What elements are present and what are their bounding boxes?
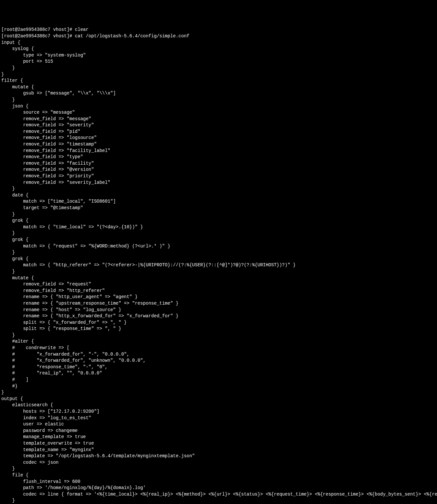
terminal-line: rename => { "http_user_agent" => "agent"… <box>1 294 436 300</box>
terminal-line: output { <box>1 396 436 402</box>
terminal-line: } <box>1 332 436 339</box>
terminal-line: rename => { "upstream_response_time" => … <box>1 300 436 307</box>
terminal-line: grok { <box>1 256 436 262</box>
terminal-output: [root@2ae9954388c7 vhost]# clear[root@2a… <box>1 27 436 504</box>
terminal-line: split => { "x_forwarded_for" => ", " } <box>1 320 436 326</box>
terminal-line: syslog { <box>1 46 436 52</box>
terminal-line: remove_field => "priority" <box>1 173 436 180</box>
terminal-line: codec => line { format => '<%{time_local… <box>1 491 436 498</box>
terminal-line: password => changeme <box>1 428 436 434</box>
terminal-line: } <box>1 230 436 237</box>
terminal-line: date { <box>1 192 436 199</box>
terminal-line: grok { <box>1 237 436 243</box>
terminal-line: type => "system-syslog" <box>1 52 436 59</box>
terminal-line: remove_field => "type" <box>1 154 436 160</box>
terminal-line: match => ["time_local", "ISO8601"] <box>1 198 436 205</box>
terminal-line: gsub => ["message", "\\x", "\\\x"] <box>1 90 436 97</box>
terminal-line: match => { "time_local" => "(?<day>.{10}… <box>1 224 436 231</box>
terminal-line: # "x_forwarded_for", "-", "0.0.0.0", <box>1 351 436 358</box>
terminal-line: remove_field => "request" <box>1 281 436 288</box>
terminal-line: remove_field => "severity" <box>1 122 436 129</box>
terminal-line: remove_field => "logsource" <box>1 135 436 141</box>
terminal-line: remove_field => "@version" <box>1 167 436 173</box>
terminal-line: mutate { <box>1 84 436 91</box>
terminal-line: remove_field => "timestamp" <box>1 141 436 148</box>
terminal-line: } <box>1 466 436 472</box>
terminal-line: #} <box>1 383 436 390</box>
terminal-line: port => 515 <box>1 58 436 65</box>
terminal-line: match => { "http_referer" => "(?<referer… <box>1 262 436 269</box>
terminal-line: split => { "response_time" => ", " } <box>1 326 436 332</box>
terminal-line: [root@2ae9954388c7 vhost]# cat /opt/logs… <box>1 33 436 40</box>
terminal-line: } <box>1 97 436 103</box>
terminal-line: # ] <box>1 377 436 383</box>
terminal-line: remove_field => "message" <box>1 116 436 122</box>
terminal-line: } <box>1 389 436 396</box>
terminal-line: # "real_ip", "", "0.0.0.0" <box>1 370 436 377</box>
terminal-line: json { <box>1 103 436 110</box>
terminal-line: template => "/opt/logstash-5.6.4/templat… <box>1 453 436 460</box>
terminal-line: # "response_time", "-", "0", <box>1 364 436 371</box>
terminal-line: remove_field => "facility" <box>1 160 436 167</box>
terminal-line: rename => { "host" => "log_source" } <box>1 307 436 313</box>
terminal-line: } <box>1 211 436 218</box>
terminal-line: elasticsearch { <box>1 402 436 409</box>
terminal-line: remove_field => "pid" <box>1 129 436 135</box>
terminal-line: codec => json <box>1 460 436 466</box>
terminal-line: template_overwrite => true <box>1 440 436 447</box>
terminal-line: source => "message" <box>1 109 436 116</box>
terminal-line: } <box>1 269 436 275</box>
terminal-line: # "x_forwarded_for", "unknown", "0.0.0.0… <box>1 358 436 364</box>
terminal-line: user => elastic <box>1 421 436 428</box>
terminal-line: template_name => "mynginx" <box>1 447 436 453</box>
terminal-line: } <box>1 186 436 192</box>
terminal-line: } <box>1 498 436 504</box>
terminal-line: remove_field => "severity_label" <box>1 180 436 186</box>
terminal-line: [root@2ae9954388c7 vhost]# clear <box>1 27 436 33</box>
terminal-line: } <box>1 249 436 256</box>
terminal-line: rename => { "http_x_forwarded_for" => "x… <box>1 313 436 320</box>
terminal-line: } <box>1 71 436 78</box>
terminal-line: remove_field => "http_referer" <box>1 288 436 294</box>
terminal-line: hosts => ["172.17.0.2:9200"] <box>1 409 436 415</box>
terminal-line: target => "@timestamp" <box>1 205 436 211</box>
terminal-line: flush_interval => 600 <box>1 479 436 485</box>
terminal-line: index => "log_to_es_test" <box>1 415 436 422</box>
terminal-line: remove_field => "facility_label" <box>1 148 436 154</box>
terminal-window[interactable]: [root@2ae9954388c7 vhost]# clear[root@2a… <box>1 27 436 504</box>
terminal-line: grok { <box>1 218 436 224</box>
terminal-line: mutate { <box>1 275 436 282</box>
terminal-line: #alter { <box>1 338 436 345</box>
terminal-line: filter { <box>1 78 436 84</box>
terminal-line: input { <box>1 40 436 46</box>
terminal-line: manage_template => true <box>1 434 436 440</box>
terminal-line: path => '/home/nginxlog/%{day}/%{domain}… <box>1 485 436 491</box>
terminal-line: match => { "request" => "%{WORD:method} … <box>1 243 436 250</box>
terminal-line: # condrewrite => [ <box>1 345 436 351</box>
terminal-line: file { <box>1 472 436 479</box>
terminal-line: } <box>1 65 436 71</box>
